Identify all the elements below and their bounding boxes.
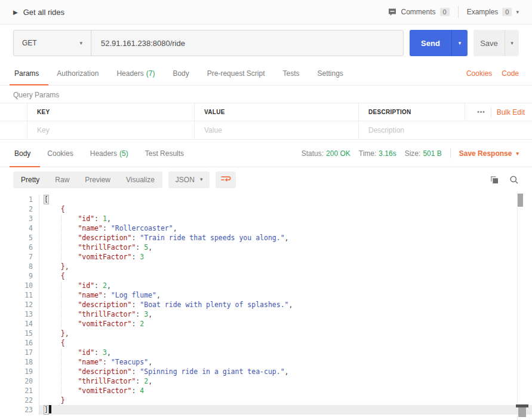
response-body: 1[2 {3 "id": 1,4 "name": "Rollercoaster"… — [0, 192, 532, 420]
code-line: 10 "id": 2, — [0, 281, 532, 290]
cookies-link[interactable]: Cookies — [466, 69, 492, 78]
save-button[interactable]: Save — [473, 30, 505, 56]
save-response-button[interactable]: Save Response ▾ — [459, 149, 519, 158]
code-line: 22 } — [0, 396, 532, 405]
code-line: 4 "name": "Rollercoaster", — [0, 223, 532, 233]
view-raw[interactable]: Raw — [47, 171, 77, 188]
chevron-down-icon: ▾ — [516, 151, 519, 157]
save-options-button[interactable]: ▾ — [505, 30, 519, 56]
table-row — [0, 121, 532, 140]
collapse-arrow-icon[interactable]: ▶ — [13, 9, 18, 16]
copy-icon — [490, 175, 499, 185]
header-divider — [458, 6, 459, 18]
key-input-cell — [27, 121, 194, 139]
more-actions-icon[interactable]: ••• — [477, 109, 485, 115]
copy-button[interactable] — [490, 175, 499, 185]
time-badge: Time: 3.16s — [359, 149, 396, 158]
send-button-group: Send ▾ — [410, 30, 468, 56]
format-label: JSON — [176, 176, 195, 184]
response-tab-test-results[interactable]: Test Results — [144, 140, 185, 167]
key-header-cell: KEY — [27, 103, 194, 121]
scrollbar-thumb[interactable] — [518, 194, 523, 207]
search-button[interactable] — [509, 175, 519, 185]
row-handle-cell — [0, 121, 27, 139]
tab-settings[interactable]: Settings — [316, 62, 345, 85]
chevron-down-icon: ▾ — [459, 41, 462, 46]
code-line: 2 { — [0, 204, 532, 214]
response-body-code: 1[2 {3 "id": 1,4 "name": "Rollercoaster"… — [0, 195, 532, 415]
postman-request-view: { "colors": { "accent_orange": "#F26B3A"… — [0, 0, 532, 420]
response-toolbar-icons — [490, 175, 519, 185]
code-line: 9 { — [0, 271, 532, 281]
response-tab-headers[interactable]: Headers (5) — [89, 140, 130, 167]
description-input[interactable] — [368, 126, 455, 134]
tab-headers[interactable]: Headers (7) — [115, 62, 156, 85]
value-input[interactable] — [204, 126, 349, 134]
response-view-toolbar: Pretty Raw Preview Visualize JSON ▾ — [0, 167, 532, 192]
wrap-lines-button[interactable] — [216, 171, 236, 188]
tab-body[interactable]: Body — [171, 62, 190, 85]
response-tab-body[interactable]: Body — [13, 140, 32, 167]
code-line: 23] — [0, 405, 532, 415]
view-preview[interactable]: Preview — [77, 171, 118, 188]
wrap-lines-icon — [220, 175, 231, 184]
code-line: 20 "thrillFactor": 2, — [0, 376, 532, 386]
request-header: ▶ Get all rides Comments 0 Examples 0 ▾ — [0, 0, 532, 24]
code-line: 15 }, — [0, 329, 532, 338]
code-line: 8 }, — [0, 262, 532, 271]
header-actions: Comments 0 Examples 0 ▾ — [388, 6, 519, 18]
send-button[interactable]: Send — [410, 30, 451, 56]
code-line: 17 "id": 3, — [0, 348, 532, 357]
comment-icon — [388, 7, 397, 17]
code-line: 11 "name": "Log flume", — [0, 290, 532, 300]
request-tab-links: Cookies Code — [466, 62, 519, 85]
key-input[interactable] — [37, 126, 184, 134]
view-visualize[interactable]: Visualize — [118, 171, 162, 188]
response-tabs-bar: Body Cookies Headers (5) Test Results St… — [0, 140, 532, 167]
response-tab-cookies[interactable]: Cookies — [46, 140, 74, 167]
bulk-edit-button[interactable]: Bulk Edit — [497, 108, 525, 117]
tab-tests[interactable]: Tests — [281, 62, 300, 85]
description-header-cell: DESCRIPTION — [358, 103, 465, 121]
chevron-down-icon: ▾ — [516, 10, 519, 15]
comments-count-badge: 0 — [440, 8, 450, 16]
tab-pre-request-script[interactable]: Pre-request Script — [206, 62, 266, 85]
table-header-row: KEY VALUE DESCRIPTION ••• Bulk Edit — [0, 103, 532, 121]
code-line: 16 { — [0, 338, 532, 348]
tab-params[interactable]: Params — [13, 62, 40, 85]
description-input-cell — [358, 121, 465, 139]
search-icon — [509, 175, 519, 185]
query-params-table: KEY VALUE DESCRIPTION ••• Bulk Edit — [0, 103, 532, 140]
save-button-group: Save ▾ — [473, 30, 519, 56]
format-dropdown[interactable]: JSON ▾ — [168, 171, 210, 188]
view-mode-switch: Pretty Raw Preview Visualize — [13, 171, 162, 188]
examples-dropdown[interactable]: Examples 0 ▾ — [467, 8, 519, 16]
query-params-title: Query Params — [0, 85, 532, 103]
params-actions-cell: ••• Bulk Edit — [465, 103, 532, 121]
code-line: 13 "thrillFactor": 3, — [0, 309, 532, 319]
size-badge: Size: 501 B — [405, 149, 442, 158]
stats-divider — [450, 149, 451, 158]
comments-button[interactable]: Comments 0 — [388, 7, 450, 17]
url-group: GET ▾ — [13, 30, 404, 56]
response-stats: Status: 200 OK Time: 3.16s Size: 501 B S… — [302, 140, 519, 167]
code-line: 5 "description": "Train ride that speeds… — [0, 233, 532, 243]
scrollbar-bottom-thumb[interactable] — [518, 407, 526, 417]
tab-authorization[interactable]: Authorization — [56, 62, 100, 85]
row-actions-cell — [465, 121, 532, 139]
url-input[interactable] — [91, 30, 403, 56]
code-line: 7 "vomitFactor": 3 — [0, 252, 532, 262]
request-title: Get all rides — [23, 8, 64, 17]
status-badge: Status: 200 OK — [302, 149, 350, 158]
method-dropdown[interactable]: GET ▾ — [14, 30, 91, 56]
value-header-cell: VALUE — [194, 103, 358, 121]
examples-count-badge: 0 — [502, 8, 512, 16]
code-line: 18 "name": "Teacups", — [0, 357, 532, 367]
send-options-button[interactable]: ▾ — [451, 30, 468, 56]
code-line: 6 "thrillFactor": 5, — [0, 243, 532, 252]
code-line: 1[ — [0, 195, 532, 204]
headers-count: (7) — [146, 69, 155, 78]
view-pretty[interactable]: Pretty — [13, 171, 47, 188]
code-link[interactable]: Code — [502, 69, 519, 78]
code-line: 21 "vomitFactor": 4 — [0, 386, 532, 396]
